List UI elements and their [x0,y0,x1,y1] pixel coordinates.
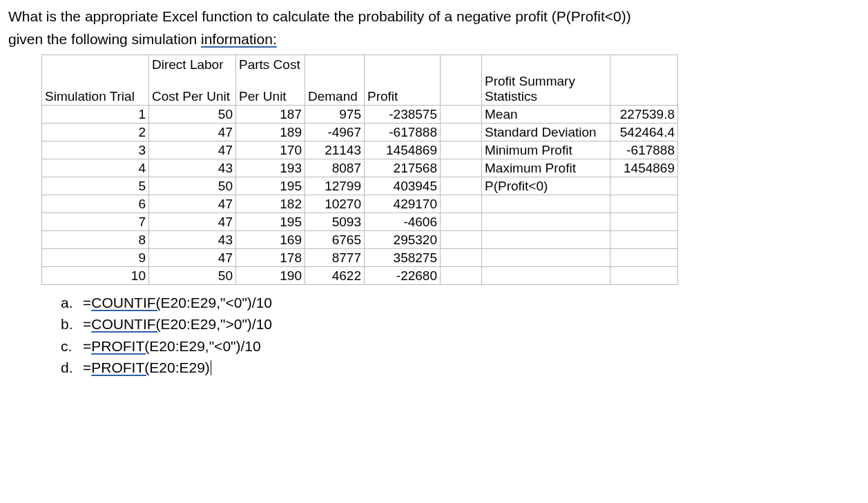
cell-stat-value [610,195,678,213]
table-row: 10501904622-22680 [42,266,678,284]
cell-stat-value [610,230,678,248]
table-row: 64718210270429170 [42,195,678,213]
cell-stat-value: 227539.8 [610,105,678,123]
spacer-cell [441,55,482,73]
answer-a: a. =COUNTIF(E20:E29,"<0")/10 [61,292,860,314]
cell-demand: -4967 [305,123,365,141]
cell-direct-labor: 47 [149,141,236,159]
header-blank [482,55,610,73]
cell-direct-labor: 47 [149,195,236,213]
cell-direct-labor: 43 [149,230,236,248]
cell-parts-cost: 187 [236,105,305,123]
cell-stat-value [610,248,678,266]
table-row: 8431696765295320 [42,230,678,248]
question-line2-underline: information: [201,31,277,47]
cell-profit: 403945 [365,177,441,195]
spacer-cell [441,266,482,284]
header-profit: Profit [365,73,441,106]
cell-direct-labor: 50 [149,105,236,123]
cell-trial: 4 [42,159,149,177]
spacer-cell [441,141,482,159]
cell-stat-label [482,195,610,213]
cell-stat-value: 542464.4 [610,123,678,141]
spacer-cell [441,105,482,123]
cell-profit: 429170 [365,195,441,213]
header-blank [42,55,149,73]
header-blank [365,55,441,73]
cell-demand: 21143 [305,141,365,159]
cell-profit: 295320 [365,230,441,248]
cell-demand: 12799 [305,177,365,195]
answer-options: a. =COUNTIF(E20:E29,"<0")/10 b. =COUNTIF… [61,292,860,379]
table-row: 347170211431454869Minimum Profit-617888 [42,141,678,159]
cell-stat-label [482,213,610,230]
table-row: 4431938087217568Maximum Profit1454869 [42,159,678,177]
cell-profit: -4606 [365,213,441,230]
cell-stat-value [610,213,678,230]
question-text: What is the appropriate Excel function t… [8,6,860,50]
spacer-cell [441,248,482,266]
table-row: 247189-4967-617888Standard Deviation5424… [42,123,678,141]
cell-parts-cost: 169 [236,230,305,248]
header-direct-labor-1: Direct Labor [149,55,236,73]
table-row: 55019512799403945P(Profit<0) [42,177,678,195]
cell-stat-value: 1454869 [610,159,678,177]
question-line2a: given the following simulation [8,31,201,47]
cell-stat-label [482,248,610,266]
spacer-cell [441,159,482,177]
cell-parts-cost: 193 [236,159,305,177]
cell-profit: -238575 [365,105,441,123]
cell-stat-label: Minimum Profit [482,141,610,159]
answer-label: c. [61,335,83,357]
cell-stat-label: Standard Deviation [482,123,610,141]
cell-demand: 4622 [305,266,365,284]
cell-demand: 6765 [305,230,365,248]
cell-trial: 8 [42,230,149,248]
cell-parts-cost: 170 [236,141,305,159]
cell-parts-cost: 178 [236,248,305,266]
cell-parts-cost: 182 [236,195,305,213]
cell-demand: 5093 [305,213,365,230]
cell-stat-label: Mean [482,105,610,123]
header-parts-2: Per Unit [236,73,305,106]
table-row: 7471955093-4606 [42,213,678,230]
answer-label: a. [61,292,83,314]
spacer-cell [441,177,482,195]
cell-demand: 10270 [305,195,365,213]
cell-parts-cost: 195 [236,213,305,230]
cell-stat-value [610,266,678,284]
simulation-table: Direct Labor Parts Cost Simulation Trial… [41,55,678,285]
header-demand: Demand [305,73,365,106]
cell-direct-labor: 50 [149,177,236,195]
cell-parts-cost: 195 [236,177,305,195]
answer-label: b. [61,313,83,335]
answer-text: =PROFIT(E20:E29,"<0")/10 [83,335,261,357]
header-blank [610,55,678,73]
cell-profit: 217568 [365,159,441,177]
cell-demand: 8087 [305,159,365,177]
cell-trial: 10 [42,266,149,284]
spacer-cell [441,213,482,230]
cell-direct-labor: 47 [149,248,236,266]
header-blank [610,73,678,106]
cell-trial: 7 [42,213,149,230]
answer-text: =COUNTIF(E20:E29,"<0")/10 [83,292,272,314]
spacer-cell [441,230,482,248]
cell-direct-labor: 50 [149,266,236,284]
cell-demand: 975 [305,105,365,123]
cell-stat-label [482,230,610,248]
question-line1: What is the appropriate Excel function t… [8,8,631,24]
cell-stat-value: -617888 [610,141,678,159]
cell-demand: 8777 [305,248,365,266]
cell-trial: 5 [42,177,149,195]
cell-profit: 1454869 [365,141,441,159]
answer-text: =COUNTIF(E20:E29,">0")/10 [83,313,272,335]
cell-profit: -22680 [365,266,441,284]
cell-parts-cost: 190 [236,266,305,284]
header-direct-labor-2: Cost Per Unit [149,73,236,106]
cell-trial: 2 [42,123,149,141]
cell-profit: 358275 [365,248,441,266]
cell-stat-label: Maximum Profit [482,159,610,177]
header-stats-title: Profit Summary Statistics [482,73,610,106]
cell-direct-labor: 47 [149,213,236,230]
